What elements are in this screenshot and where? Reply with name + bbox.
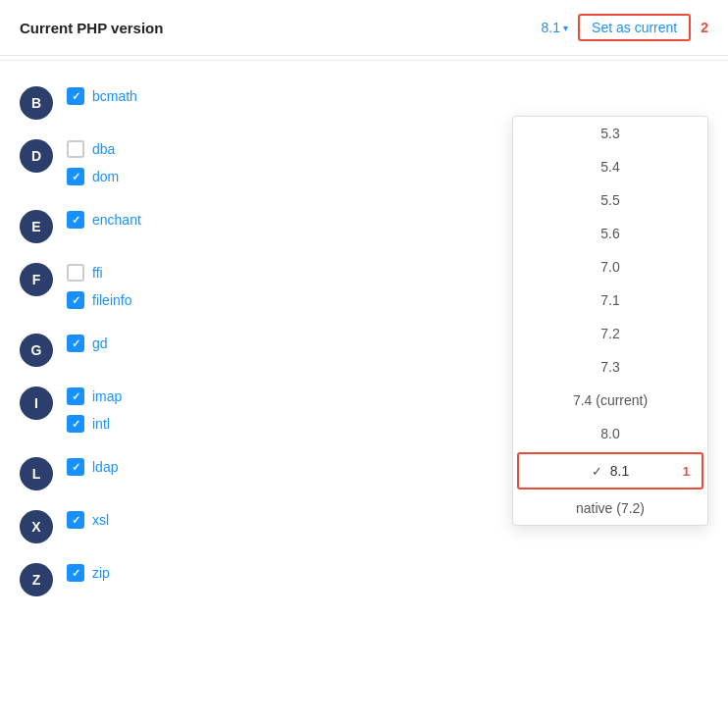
dropdown-item-5.5[interactable]: 5.5 [513, 183, 707, 217]
extension-label[interactable]: dom [92, 169, 119, 184]
checkbox-ffi[interactable] [67, 264, 84, 282]
letter-badge-d: D [20, 139, 53, 173]
dropdown-item-7.1[interactable]: 7.1 [513, 284, 707, 317]
dropdown-item-8.1[interactable]: ✓8.11 [517, 452, 703, 490]
dropdown-item-label: 5.6 [600, 226, 619, 241]
extension-label[interactable]: zip [92, 565, 110, 581]
letter-badge-x: X [20, 510, 53, 543]
letter-badge-e: E [20, 210, 53, 243]
page-title: Current PHP version [20, 20, 163, 36]
dropdown-item-label: native (7.2) [576, 500, 645, 516]
dropdown-item-label: 7.0 [600, 259, 619, 275]
extension-item: imap [67, 383, 122, 410]
extension-item: xsl [67, 506, 109, 534]
dropdown-item-label: 7.3 [600, 359, 619, 375]
extension-item: intl [67, 410, 122, 438]
current-version-label: 8.1 [542, 20, 560, 35]
checkbox-bcmath[interactable] [67, 87, 84, 105]
extension-group-z: Zzip [0, 551, 728, 604]
extension-label[interactable]: xsl [92, 512, 109, 528]
dropdown-item-7.2[interactable]: 7.2 [513, 317, 707, 350]
change-badge: 2 [701, 20, 708, 35]
dropdown-item-5.6[interactable]: 5.6 [513, 217, 707, 250]
letter-badge-z: Z [20, 563, 53, 596]
dropdown-item-label: 8.0 [600, 426, 619, 441]
dropdown-item-7.4[interactable]: 7.4 (current) [513, 384, 707, 417]
checkbox-xsl[interactable] [67, 511, 84, 529]
dropdown-item-label: 7.2 [600, 326, 619, 341]
checkbox-gd[interactable] [67, 335, 84, 352]
letter-badge-i: I [20, 387, 53, 420]
dropdown-item-label: 5.5 [600, 192, 619, 208]
dropdown-item-8.0[interactable]: 8.0 [513, 417, 707, 450]
header-divider [0, 60, 728, 61]
extension-label[interactable]: imap [92, 388, 122, 404]
extension-label[interactable]: ldap [92, 459, 118, 475]
extension-label[interactable]: enchant [92, 212, 141, 228]
extension-item: dba [67, 135, 119, 163]
extension-label[interactable]: fileinfo [92, 292, 131, 308]
version-dropdown-menu[interactable]: 5.35.45.55.67.07.17.27.37.4 (current)8.0… [512, 116, 708, 526]
dropdown-item-label: 5.4 [600, 159, 619, 175]
extension-item: gd [67, 330, 108, 357]
checkbox-zip[interactable] [67, 564, 84, 582]
header-bar: Current PHP version 8.1 ▾ Set as current… [0, 0, 728, 56]
letter-badge-g: G [20, 334, 53, 367]
checkbox-intl[interactable] [67, 415, 84, 433]
letter-badge-l: L [20, 457, 53, 490]
dropdown-arrow-icon: ▾ [563, 23, 568, 33]
dropdown-item-5.3[interactable]: 5.3 [513, 117, 707, 150]
dropdown-item-5.4[interactable]: 5.4 [513, 150, 707, 183]
letter-badge-b: B [20, 86, 53, 120]
checkbox-imap[interactable] [67, 387, 84, 405]
dropdown-item-label: 8.1 [610, 463, 629, 479]
checkbox-dba[interactable] [67, 140, 84, 158]
extension-item: dom [67, 163, 119, 190]
extension-item: zip [67, 559, 110, 587]
extension-item: ldap [67, 453, 118, 481]
dropdown-item-label: 5.3 [600, 126, 619, 141]
checkbox-fileinfo[interactable] [67, 291, 84, 309]
item-selected-badge: 1 [683, 464, 690, 479]
dropdown-item-label: 7.1 [600, 292, 619, 308]
extension-label[interactable]: gd [92, 335, 108, 351]
extension-item: ffi [67, 259, 131, 286]
set-as-current-button[interactable]: Set as current [578, 14, 691, 41]
checkmark-icon: ✓ [592, 464, 602, 479]
checkbox-enchant[interactable] [67, 211, 84, 229]
letter-badge-f: F [20, 263, 53, 296]
version-dropdown[interactable]: 8.1 ▾ [542, 20, 568, 35]
checkbox-ldap[interactable] [67, 458, 84, 476]
extension-label[interactable]: ffi [92, 265, 103, 281]
extension-item: enchant [67, 206, 141, 233]
header-actions: 8.1 ▾ Set as current 2 [542, 14, 708, 41]
extension-item: bcmath [67, 82, 137, 110]
dropdown-items: 5.35.45.55.67.07.17.27.37.4 (current)8.0… [513, 117, 707, 525]
extension-item: fileinfo [67, 286, 131, 314]
dropdown-item-native[interactable]: native (7.2) [513, 491, 707, 525]
dropdown-item-7.3[interactable]: 7.3 [513, 350, 707, 384]
dropdown-item-7.0[interactable]: 7.0 [513, 250, 707, 284]
checkbox-dom[interactable] [67, 168, 84, 185]
extension-label[interactable]: bcmath [92, 88, 137, 104]
extension-label[interactable]: dba [92, 141, 115, 157]
extension-label[interactable]: intl [92, 416, 110, 432]
dropdown-item-label: 7.4 (current) [573, 392, 648, 408]
main-content: BbcmathDdbadomEenchantFffifileinfoGgdIim… [0, 65, 728, 614]
